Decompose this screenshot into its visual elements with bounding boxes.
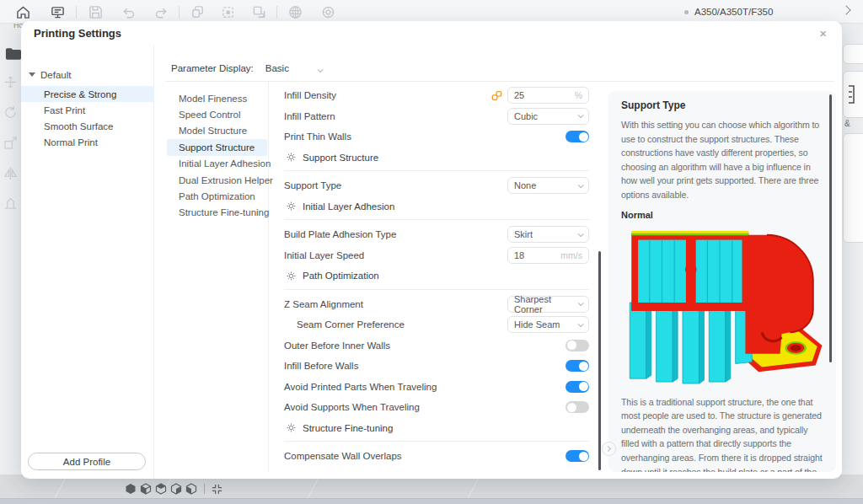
nav-label: Initial Layer Adhesion — [179, 158, 271, 169]
select-value: Cubic — [514, 111, 578, 121]
settings-nav: Model Fineness Speed Control Model Struc… — [167, 90, 267, 221]
device-selector[interactable]: A350/A350T/F350 — [684, 0, 773, 24]
right-view-icon[interactable] — [185, 483, 197, 495]
gear-icon — [287, 423, 296, 432]
bg-right-card — [843, 44, 863, 64]
row-infill-density: Infill Density 25 % — [284, 85, 589, 106]
section-structure-fine-tuning[interactable]: Structure Fine-tuning — [284, 418, 589, 439]
profile-group-label: Default — [40, 70, 71, 80]
dialog-title: Printing Settings — [34, 27, 121, 40]
outer-before-inner-walls-toggle[interactable] — [566, 340, 589, 351]
divider — [284, 289, 589, 290]
infill-before-walls-toggle[interactable] — [566, 360, 589, 372]
add-profile-button[interactable]: Add Profile — [28, 453, 146, 470]
z-seam-alignment-select[interactable]: Sharpest Corner — [507, 296, 589, 313]
row-infill-before-walls: Infill Before Walls — [284, 356, 589, 377]
detail-title: Support Type — [621, 99, 824, 111]
profile-item-fast-print[interactable]: Fast Print — [21, 102, 154, 118]
nav-path-optimization[interactable]: Path Optimization — [167, 188, 267, 204]
nav-structure-fine-tuning[interactable]: Structure Fine-tuning — [167, 205, 267, 221]
section-label: Initial Layer Adhesion — [303, 201, 394, 212]
divider — [284, 219, 589, 220]
row-compensate-wall-overlaps: Compensate Wall Overlaps — [284, 446, 589, 467]
nav-initial-layer-adhesion[interactable]: Initial Layer Adhesion — [167, 156, 267, 172]
preferences-gear-icon[interactable] — [321, 5, 335, 19]
select-value: Sharpest Corner — [514, 294, 578, 314]
profile-item-label: Precise & Strong — [44, 89, 116, 99]
setting-label: Avoid Printed Parts When Traveling — [284, 382, 566, 392]
seam-corner-preference-select[interactable]: Hide Seam — [507, 316, 589, 333]
workspace-icon[interactable] — [51, 5, 65, 19]
settings-scrollbar[interactable] — [598, 251, 601, 470]
save-icon[interactable] — [88, 5, 103, 19]
chevron-down-icon[interactable] — [318, 61, 322, 76]
viewbar-separator — [204, 484, 205, 494]
top-view-icon[interactable] — [155, 483, 167, 495]
gear-icon — [287, 153, 296, 162]
nav-dual-extrusion-helper[interactable]: Dual Extrusion Helper — [167, 172, 267, 188]
parameter-display-value[interactable]: Basic — [265, 63, 289, 73]
avoid-printed-parts-toggle[interactable] — [566, 381, 589, 393]
region-select-icon[interactable] — [221, 5, 235, 19]
device-status-dot — [684, 10, 689, 14]
chevron-down-icon — [578, 321, 584, 327]
row-z-seam-alignment: Z Seam Alignment Sharpest Corner — [284, 294, 589, 315]
parameter-display-label: Parameter Display: — [171, 63, 254, 73]
profile-group-default[interactable]: Default — [21, 67, 154, 83]
infill-density-input[interactable]: 25 % — [507, 87, 589, 104]
detail-body-1: This is a traditional support structure,… — [621, 395, 824, 472]
nav-speed-control[interactable]: Speed Control — [167, 106, 267, 122]
nav-model-structure[interactable]: Model Structure — [167, 123, 267, 139]
build-plate-adhesion-select[interactable]: Skirt — [507, 226, 589, 243]
profiles-panel: Default Precise & Strong Fast Print Smoo… — [21, 45, 154, 479]
section-path-optimization[interactable]: Path Optimization — [284, 265, 589, 287]
setting-label: Print Thin Walls — [284, 131, 566, 142]
redo-icon[interactable] — [154, 5, 169, 19]
divider — [284, 170, 589, 171]
select-value: Hide Seam — [514, 319, 578, 330]
close-icon[interactable]: × — [816, 24, 830, 42]
right-panel-chevron-icon[interactable] — [841, 5, 850, 14]
chevron-down-icon — [578, 113, 584, 119]
detail-scrollbar[interactable] — [829, 94, 832, 362]
row-seam-corner-preference: Seam Corner Preference Hide Seam — [284, 314, 589, 335]
profile-item-label: Fast Print — [44, 105, 85, 115]
setting-label: Z Seam Alignment — [284, 299, 507, 309]
nav-model-fineness[interactable]: Model Fineness — [167, 90, 267, 106]
section-initial-layer-adhesion[interactable]: Initial Layer Adhesion — [284, 196, 589, 217]
arrange-icon[interactable] — [252, 5, 266, 19]
front-view-icon[interactable] — [140, 483, 152, 495]
undo-icon[interactable] — [121, 5, 136, 19]
row-outer-before-inner-walls: Outer Before Inner Walls — [284, 335, 589, 357]
input-unit: % — [575, 90, 582, 100]
initial-layer-speed-input[interactable]: 18 mm/s — [507, 247, 589, 264]
setting-label: Compensate Wall Overlaps — [284, 451, 566, 461]
profile-item-precise-strong[interactable]: Precise & Strong — [21, 86, 154, 102]
print-thin-walls-toggle[interactable] — [566, 131, 589, 142]
app-window: Home & — [0, 0, 863, 504]
language-globe-icon[interactable] — [288, 5, 303, 19]
nav-label: Path Optimization — [179, 191, 255, 201]
home-icon[interactable] — [16, 5, 30, 19]
section-support-structure[interactable]: Support Structure — [284, 147, 589, 169]
compensate-wall-overlaps-toggle[interactable] — [566, 450, 589, 462]
infill-pattern-select[interactable]: Cubic — [507, 108, 589, 125]
nav-support-structure[interactable]: Support Structure — [167, 139, 267, 155]
copy-icon[interactable] — [190, 5, 205, 19]
nav-label: Model Fineness — [179, 94, 247, 104]
detail-panel: Support Type With this setting you can c… — [608, 91, 836, 472]
profile-item-smooth-surface[interactable]: Smooth Surface — [21, 118, 154, 134]
bg-right-card — [843, 71, 863, 118]
isometric-view-icon[interactable] — [125, 483, 137, 495]
detail-subheading: Normal — [621, 210, 824, 220]
avoid-supports-toggle[interactable] — [566, 401, 589, 413]
file-folder-icon[interactable] — [5, 47, 22, 61]
support-type-select[interactable]: None — [507, 177, 589, 194]
collapse-detail-button[interactable] — [602, 442, 616, 456]
fit-view-icon[interactable] — [212, 484, 222, 495]
profile-item-normal-print[interactable]: Normal Print — [21, 134, 154, 150]
unlink-icon[interactable] — [491, 90, 502, 101]
left-view-icon[interactable] — [170, 483, 182, 495]
gear-icon — [287, 271, 296, 281]
chevron-down-icon — [578, 231, 584, 237]
